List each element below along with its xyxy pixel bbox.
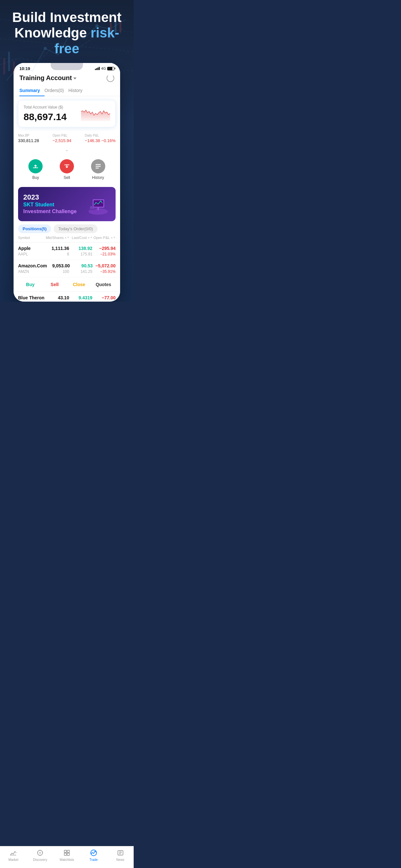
challenge-banner[interactable]: 2023 SKT Student Investment Challenge — [18, 187, 116, 221]
stock-row-top-amazon: Amazon.Com 9,053.00 90.53 −5,072.00 — [18, 263, 116, 268]
banner-title: SKT Student Investment Challenge — [23, 202, 76, 215]
th-last-cost: Last/Cost ▲▼ — [69, 236, 92, 240]
hero-section: Build Investment Knowledge risk-free 10:… — [0, 0, 134, 302]
buy-label: Buy — [32, 175, 39, 180]
sell-action[interactable]: Sell — [60, 159, 74, 180]
svg-rect-16 — [64, 164, 69, 165]
history-icon — [91, 159, 105, 174]
positions-tab[interactable]: Positions(5) — [18, 224, 51, 233]
stock-symbol-aapl: AAPL — [18, 252, 46, 256]
stat-openpl-value: −2,515.94 — [53, 138, 71, 143]
stock-last-apple: 138.92 — [69, 246, 92, 251]
expand-chevron-icon[interactable]: ⌄ — [13, 146, 120, 155]
stat-dailypl: Daily P&L −146.38 −0.16% — [85, 134, 116, 143]
phone-frame: 10:19 4G Training Acco — [13, 63, 120, 302]
row-close-button[interactable]: Close — [67, 280, 91, 289]
account-label: Total Account Value ($) — [24, 105, 66, 110]
stock-last-amazon: 90.53 — [70, 263, 93, 268]
banner-graphic-icon — [85, 193, 111, 215]
stock-cost-amazon: 141.25 — [69, 269, 92, 274]
position-row-partial: Blue Theron 43.10 9.4319 −77.00 — [13, 292, 120, 302]
stock-mkt-amazon: 9,053.00 — [47, 263, 70, 268]
sort-arrows-last-icon[interactable]: ▲▼ — [88, 236, 93, 239]
hero-title-wrap: Build Investment Knowledge risk-free — [6, 10, 127, 57]
svg-rect-19 — [96, 167, 99, 168]
buy-action[interactable]: Buy — [28, 159, 42, 180]
notch — [51, 63, 83, 70]
svg-rect-18 — [96, 166, 101, 166]
stock-shares-apple: 8 — [46, 252, 69, 256]
banner-text: 2023 SKT Student Investment Challenge — [23, 193, 76, 215]
action-buttons: Buy Sell — [13, 155, 120, 184]
account-value: 88,697.14 — [24, 112, 66, 122]
partial-stock-name: Blue Theron — [18, 295, 46, 300]
stat-dailypl-label: Daily P&L — [85, 134, 116, 137]
stat-maxbp-label: Max.BP — [18, 134, 39, 137]
row-buy-button[interactable]: Buy — [18, 280, 42, 289]
history-action[interactable]: History — [91, 159, 105, 180]
todays-order-tab[interactable]: Today's Order(0/0) — [54, 224, 97, 233]
hero-title: Build Investment Knowledge risk-free — [6, 10, 127, 57]
sell-icon — [60, 159, 74, 174]
stats-row: Max.BP 330,811.28 Open P&L −2,515.94 Dai… — [13, 131, 120, 146]
svg-rect-17 — [96, 164, 101, 165]
partial-mkt: 43.10 — [46, 295, 69, 300]
account-value-card: Total Account Value ($) 88,697.14 — [18, 100, 116, 127]
th-mkt-shares: Mkt/Shares ▲▼ — [46, 236, 69, 240]
history-label: History — [92, 175, 104, 180]
partial-pnl: −77.00 — [92, 295, 116, 300]
svg-rect-12 — [3, 58, 5, 74]
stock-row-bottom-apple: AAPL 8 175.91 −21.03% — [18, 252, 116, 256]
amazon-row-actions: Buy Sell Close Quotes — [13, 277, 120, 292]
svg-rect-23 — [97, 208, 99, 210]
stock-row-top-apple: Apple 1,111.36 138.92 −295.94 — [18, 246, 116, 251]
phone-content: 10:19 4G Training Acco — [13, 63, 120, 302]
stock-pnl-amazon: −5,072.00 — [93, 263, 116, 268]
position-row-apple: Apple 1,111.36 138.92 −295.94 AAPL 8 175… — [13, 243, 120, 260]
stat-maxbp-value: 330,811.28 — [18, 138, 39, 143]
stock-pnl-apple: −295.94 — [92, 246, 116, 251]
stock-pct-amazon: −35.91% — [92, 269, 116, 274]
stat-openpl: Open P&L −2,515.94 — [53, 134, 71, 143]
stock-symbol-amzn: AMZN — [18, 269, 46, 274]
svg-rect-14 — [13, 61, 15, 74]
stock-pct-apple: −21.03% — [92, 252, 116, 256]
stat-maxbp: Max.BP 330,811.28 — [18, 134, 39, 143]
row-sell-button[interactable]: Sell — [42, 280, 67, 289]
sort-arrows-pl-icon[interactable]: ▲▼ — [111, 236, 116, 239]
row-quotes-button[interactable]: Quotes — [91, 280, 116, 289]
stock-row-bottom-amazon: AMZN 100 141.25 −35.91% — [18, 269, 116, 274]
buy-icon — [28, 159, 42, 174]
account-card-left: Total Account Value ($) 88,697.14 — [24, 105, 66, 122]
position-row-amazon: Amazon.Com 9,053.00 90.53 −5,072.00 AMZN… — [13, 260, 120, 277]
banner-year: 2023 — [23, 193, 76, 202]
stock-mkt-apple: 1,111.36 — [46, 246, 69, 251]
stat-dailypl-value: −146.38 −0.16% — [85, 138, 116, 143]
stock-name-amazon: Amazon.Com — [18, 263, 47, 268]
svg-rect-15 — [33, 167, 38, 168]
th-symbol: Symbol — [18, 236, 46, 240]
stat-openpl-label: Open P&L — [53, 134, 71, 137]
stock-cost-apple: 175.91 — [69, 252, 92, 256]
stock-shares-amazon: 100 — [46, 269, 69, 274]
table-header: Symbol Mkt/Shares ▲▼ Last/Cost ▲▼ Open P… — [13, 233, 120, 243]
sparkline-chart — [81, 105, 110, 121]
th-open-pl: Open P&L ▲▼ — [93, 236, 116, 240]
sell-label: Sell — [64, 175, 70, 180]
svg-rect-25 — [90, 206, 95, 209]
sort-arrows-mkt-icon[interactable]: ▲▼ — [64, 236, 69, 239]
stock-name-apple: Apple — [18, 246, 46, 251]
partial-last: 9.4319 — [69, 295, 92, 300]
position-tabs: Positions(5) Today's Order(0/0) — [18, 224, 116, 233]
